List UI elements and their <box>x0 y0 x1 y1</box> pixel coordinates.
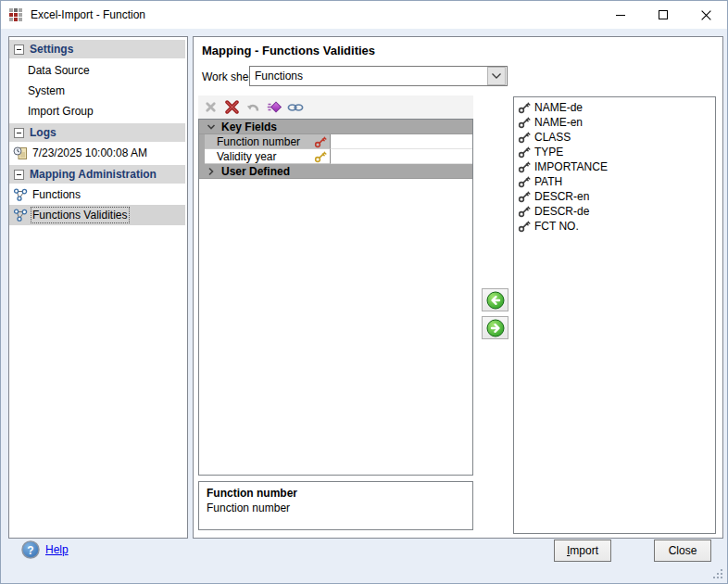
close-icon <box>700 9 712 21</box>
source-field-descr-en[interactable]: DESCR-en <box>514 189 715 204</box>
mapping-row-validity-year: Validity year <box>199 149 472 164</box>
group-header-key-fields[interactable]: Key Fields <box>199 120 472 134</box>
import-button-label: Import <box>567 544 598 557</box>
svg-text:?: ? <box>27 544 33 557</box>
move-right-button[interactable] <box>482 316 508 339</box>
maximize-button[interactable] <box>642 1 684 29</box>
close-button-label: Close <box>669 544 697 557</box>
help-link[interactable]: Help <box>45 543 69 556</box>
combo-dropdown-button[interactable] <box>487 67 506 85</box>
mapping-icon <box>13 187 28 202</box>
chevron-down-icon <box>206 121 217 133</box>
arrow-right-icon <box>486 319 505 337</box>
maximize-icon <box>658 9 669 20</box>
resize-grip[interactable] <box>712 568 723 579</box>
worksheet-combobox[interactable]: Functions <box>249 66 508 86</box>
key-icon <box>518 175 531 188</box>
delete-mapping-button[interactable] <box>201 99 220 116</box>
key-icon <box>518 101 531 114</box>
source-field-type[interactable]: TYPE <box>514 145 715 159</box>
dialog-content: Settings Data Source System Import Group… <box>1 29 727 583</box>
key-icon <box>518 116 531 129</box>
navigation-sidebar: Settings Data Source System Import Group… <box>8 36 188 539</box>
key-icon <box>518 205 531 218</box>
sidebar-section-logs[interactable]: Logs <box>9 123 185 142</box>
chevron-down-icon <box>492 73 501 79</box>
sidebar-item-system[interactable]: System <box>9 81 185 101</box>
sidebar-item-log-entry[interactable]: 7/23/2025 10:00:08 AM <box>9 143 185 163</box>
minimize-icon <box>615 9 626 20</box>
worksheet-selected-value: Functions <box>255 70 487 83</box>
sidebar-section-mapping-administration[interactable]: Mapping Administration <box>9 165 185 184</box>
source-field-importance[interactable]: IMPORTANCE <box>514 159 715 174</box>
description-title: Function number <box>207 487 465 500</box>
delete-icon <box>204 100 218 114</box>
source-field-path[interactable]: PATH <box>514 174 715 189</box>
section-label: Mapping Administration <box>30 168 157 181</box>
group-header-user-defined[interactable]: User Defined <box>199 164 472 179</box>
arrow-left-icon <box>486 291 505 310</box>
link-button[interactable] <box>286 99 305 116</box>
sidebar-item-functions[interactable]: Functions <box>9 184 185 205</box>
key-icon <box>518 160 531 173</box>
mapping-grid: Key Fields Function number Validi <box>198 119 473 476</box>
source-field-name-en[interactable]: NAME-en <box>514 115 715 130</box>
key-optional-icon <box>314 150 327 163</box>
collapse-icon[interactable] <box>14 128 24 138</box>
key-icon <box>518 220 531 233</box>
history-log-icon <box>13 146 28 160</box>
sidebar-section-settings[interactable]: Settings <box>9 40 185 58</box>
mapping-icon <box>13 208 28 222</box>
field-cell[interactable]: Validity year <box>205 149 331 164</box>
app-icon <box>9 8 22 21</box>
section-label: Logs <box>30 126 56 139</box>
window-title: Excel-Import - Function <box>31 8 145 21</box>
source-field-fct-no[interactable]: FCT NO. <box>514 219 715 234</box>
mapping-toolbar <box>198 95 473 119</box>
section-label: Settings <box>30 43 73 56</box>
mapping-panel: Mapping - Functions Validities Work shee… <box>193 36 723 539</box>
key-required-icon <box>314 135 327 148</box>
source-fields-list: NAME-de NAME-en CLASS TYPE IMPORTANCE PA… <box>513 96 716 534</box>
key-icon <box>518 131 531 144</box>
titlebar: Excel-Import - Function <box>1 1 727 29</box>
field-description-box: Function number Function number <box>198 481 473 530</box>
automap-icon <box>267 99 282 115</box>
help-area: ? Help <box>21 540 69 559</box>
chevron-right-icon <box>206 166 217 177</box>
sidebar-item-data-source[interactable]: Data Source <box>9 60 185 81</box>
automap-button[interactable] <box>265 99 283 116</box>
excel-import-dialog: Excel-Import - Function Settings Data So… <box>0 0 728 584</box>
sidebar-item-import-group[interactable]: Import Group <box>9 101 185 121</box>
mapping-value-cell[interactable] <box>331 134 472 149</box>
mapping-row-function-number: Function number <box>199 134 472 149</box>
field-cell[interactable]: Function number <box>205 134 331 149</box>
key-icon <box>518 190 531 203</box>
sidebar-item-functions-validities[interactable]: Functions Validities <box>9 205 185 225</box>
move-left-button[interactable] <box>482 288 508 311</box>
source-field-descr-de[interactable]: DESCR-de <box>514 204 715 219</box>
collapse-icon[interactable] <box>14 44 24 55</box>
link-icon <box>287 101 304 114</box>
delete-all-icon <box>224 99 240 115</box>
undo-icon <box>245 100 260 115</box>
source-field-class[interactable]: CLASS <box>514 130 715 145</box>
collapse-icon[interactable] <box>14 170 24 180</box>
delete-all-mappings-button[interactable] <box>222 99 241 116</box>
mapping-value-cell[interactable] <box>331 149 472 164</box>
import-button[interactable]: Import <box>554 540 611 562</box>
source-field-name-de[interactable]: NAME-de <box>514 100 715 115</box>
minimize-button[interactable] <box>599 1 642 29</box>
close-button[interactable] <box>684 1 727 29</box>
help-icon: ? <box>21 540 40 559</box>
close-dialog-button[interactable]: Close <box>654 540 711 562</box>
key-icon <box>518 146 531 159</box>
page-title: Mapping - Functions Validities <box>202 44 375 57</box>
description-text: Function number <box>207 501 465 514</box>
undo-button[interactable] <box>244 99 262 116</box>
